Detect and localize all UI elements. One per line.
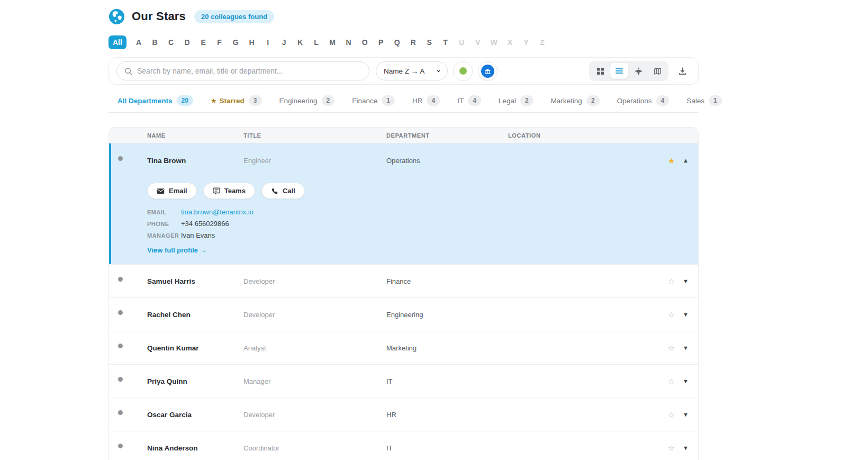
- grid-icon: [596, 67, 604, 75]
- email-link[interactable]: tina.brown@tenantrix.io: [181, 208, 254, 216]
- tab-count-badge: 2: [322, 95, 335, 106]
- field-manager: MANAGER Ivan Evans: [147, 231, 698, 239]
- star-toggle-button[interactable]: ☆: [668, 377, 675, 385]
- tab-all-departments[interactable]: All Departments 20: [117, 95, 193, 106]
- alphabet-letter-E[interactable]: E: [195, 38, 212, 47]
- tab-operations[interactable]: Operations 4: [617, 95, 670, 106]
- alphabet-all-button[interactable]: All: [108, 35, 126, 49]
- person-row[interactable]: Tina Brown Engineer Operations ★ ▲: [109, 143, 698, 177]
- field-email: EMAIL tina.brown@tenantrix.io: [147, 208, 698, 216]
- tab-hr[interactable]: HR 4: [412, 95, 440, 106]
- alphabet-letter-I[interactable]: I: [260, 38, 276, 47]
- presence-filter-button[interactable]: [453, 61, 473, 81]
- teams-button[interactable]: Teams: [203, 183, 255, 199]
- field-phone-label: PHONE: [147, 221, 181, 227]
- alphabet-letter-O[interactable]: O: [357, 38, 373, 47]
- star-toggle-button[interactable]: ☆: [668, 444, 675, 452]
- expand-chevron-button[interactable]: ▼: [683, 312, 689, 318]
- expand-chevron-button[interactable]: ▼: [683, 412, 689, 418]
- tab-marketing[interactable]: Marketing 2: [551, 95, 600, 106]
- tab-count-badge: 1: [382, 95, 395, 106]
- results-count-badge: 20 colleagues found: [194, 10, 274, 23]
- globe-logo-icon: [108, 8, 125, 25]
- alphabet-letter-R[interactable]: R: [405, 38, 421, 47]
- org-chart-view-button[interactable]: [629, 63, 647, 79]
- person-row[interactable]: Rachel Chen Developer Engineering ☆ ▼: [109, 298, 698, 331]
- tab-engineering[interactable]: Engineering 2: [279, 95, 335, 106]
- tab-starred[interactable]: ★ Starred 3: [211, 95, 262, 106]
- manager-value: Ivan Evans: [181, 231, 215, 239]
- expand-chevron-button[interactable]: ▼: [683, 345, 689, 351]
- tab-count-badge: 2: [520, 95, 534, 106]
- table-row: Quentin Kumar Analyst Marketing ☆ ▼: [109, 331, 698, 364]
- col-header-title: TITLE: [243, 132, 386, 139]
- person-title: Analyst: [243, 344, 386, 352]
- person-department: IT: [386, 377, 508, 385]
- alphabet-letter-F[interactable]: F: [211, 38, 228, 47]
- alphabet-letter-J[interactable]: J: [276, 38, 292, 47]
- alphabet-letter-L[interactable]: L: [308, 38, 324, 47]
- star-toggle-button[interactable]: ☆: [668, 411, 675, 419]
- alphabet-letter-S[interactable]: S: [421, 38, 438, 47]
- person-name: Oscar Garcia: [147, 411, 243, 419]
- person-row[interactable]: Quentin Kumar Analyst Marketing ☆ ▼: [109, 331, 698, 364]
- tab-it[interactable]: IT 4: [457, 95, 481, 106]
- table-body: Tina Brown Engineer Operations ★ ▲ Email: [109, 143, 698, 460]
- teams-button-label: Teams: [224, 187, 246, 195]
- person-title: Coordinator: [243, 444, 386, 452]
- expand-chevron-button[interactable]: ▲: [683, 158, 689, 164]
- col-header-location: LOCATION: [508, 132, 653, 139]
- star-toggle-button[interactable]: ☆: [668, 344, 675, 352]
- tab-legal[interactable]: Legal 2: [499, 95, 534, 106]
- alphabet-letter-Q[interactable]: Q: [389, 38, 405, 47]
- alphabet-letter-D[interactable]: D: [179, 38, 195, 47]
- person-department: Engineering: [386, 311, 508, 319]
- expand-chevron-button[interactable]: ▼: [683, 445, 689, 451]
- alphabet-letter-B[interactable]: B: [147, 38, 163, 47]
- alphabet-letter-K[interactable]: K: [292, 38, 309, 47]
- tab-label: Engineering: [279, 97, 318, 105]
- alphabet-letter-N[interactable]: N: [340, 38, 357, 47]
- tab-sales[interactable]: Sales 1: [686, 95, 721, 106]
- search-box[interactable]: [116, 61, 369, 80]
- col-header-name: NAME: [147, 132, 243, 139]
- field-phone: PHONE +34 656029866: [147, 220, 698, 228]
- person-row[interactable]: Oscar Garcia Developer HR ☆ ▼: [109, 398, 698, 431]
- call-button[interactable]: Call: [261, 183, 305, 199]
- person-name: Rachel Chen: [147, 311, 243, 319]
- office-filter-button[interactable]: [478, 61, 498, 81]
- tab-count-badge: 20: [177, 95, 193, 106]
- grid-view-button[interactable]: [591, 63, 609, 79]
- person-row[interactable]: Priya Quinn Manager IT ☆ ▼: [109, 365, 698, 398]
- view-full-profile-link[interactable]: View full profile →: [147, 246, 206, 254]
- alphabet-letter-P[interactable]: P: [373, 38, 389, 47]
- list-view-button[interactable]: [610, 63, 628, 79]
- alphabet-letter-T[interactable]: T: [437, 38, 454, 47]
- alphabet-letter-M[interactable]: M: [324, 38, 341, 47]
- person-title: Developer: [243, 277, 386, 285]
- search-input[interactable]: [137, 67, 361, 75]
- download-button[interactable]: [674, 62, 691, 79]
- alphabet-letter-X-disabled: X: [502, 38, 518, 47]
- expand-chevron-button[interactable]: ▼: [683, 378, 689, 384]
- person-row[interactable]: Samuel Harris Developer Finance ☆ ▼: [109, 265, 698, 297]
- alphabet-letter-C[interactable]: C: [163, 38, 179, 47]
- alphabet-letter-H[interactable]: H: [243, 38, 260, 47]
- sort-select[interactable]: Name Z → A: [376, 61, 448, 80]
- tab-count-badge: 4: [427, 95, 440, 106]
- tab-label: Starred: [220, 97, 245, 105]
- sort-control: Name Z → A ⌄: [376, 61, 448, 80]
- map-view-button[interactable]: [648, 63, 666, 79]
- phone-value: +34 656029866: [181, 220, 229, 228]
- alphabet-letter-G[interactable]: G: [228, 38, 244, 47]
- person-row[interactable]: Nina Anderson Coordinator IT ☆ ▼: [109, 431, 698, 460]
- expand-chevron-button[interactable]: ▼: [683, 278, 689, 284]
- alphabet-letter-A[interactable]: A: [131, 38, 147, 47]
- email-button[interactable]: Email: [147, 183, 197, 199]
- star-toggle-button[interactable]: ★: [668, 157, 675, 165]
- tab-label: Finance: [352, 97, 377, 105]
- tab-finance[interactable]: Finance 1: [352, 95, 395, 106]
- star-toggle-button[interactable]: ☆: [668, 277, 675, 285]
- star-toggle-button[interactable]: ☆: [668, 311, 675, 319]
- expanded-details: Email Teams Call EMAIL ti: [109, 177, 698, 264]
